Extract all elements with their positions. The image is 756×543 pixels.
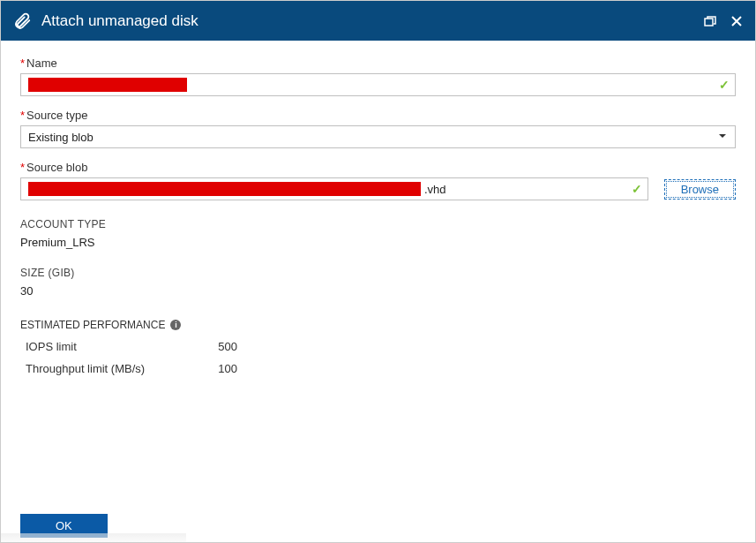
browse-button[interactable]: Browse — [664, 179, 736, 200]
name-label: *Name — [20, 57, 736, 70]
redacted-value — [28, 78, 187, 92]
redacted-value — [28, 182, 421, 196]
field-source-blob: *Source blob .vhd ✓ Browse — [20, 161, 736, 200]
title-bar: Attach unmanaged disk — [1, 1, 755, 41]
perf-value: 500 — [193, 340, 237, 353]
source-type-select[interactable]: Existing blob — [20, 125, 736, 148]
form-content: *Name ✓ *Source type Existing blob *Sour… — [1, 41, 755, 375]
source-blob-label: *Source blob — [20, 161, 736, 174]
perf-key: IOPS limit — [26, 340, 193, 353]
source-blob-input[interactable]: .vhd ✓ — [20, 177, 648, 200]
name-input[interactable]: ✓ — [20, 73, 736, 96]
account-type-value: Premium_LRS — [20, 236, 736, 249]
field-name: *Name ✓ — [20, 57, 736, 96]
performance-table: IOPS limit 500 Throughput limit (MB/s) 1… — [20, 340, 736, 375]
size-label: SIZE (GIB) — [20, 267, 736, 279]
perf-key: Throughput limit (MB/s) — [26, 362, 193, 375]
table-row: IOPS limit 500 — [20, 340, 736, 353]
attach-icon — [11, 11, 33, 32]
chevron-down-icon — [717, 131, 728, 144]
restore-icon[interactable] — [702, 13, 718, 29]
account-type-label: ACCOUNT TYPE — [20, 218, 736, 230]
info-icon[interactable]: i — [170, 320, 181, 330]
size-value: 30 — [20, 284, 736, 298]
source-type-label: *Source type — [20, 109, 736, 122]
svg-rect-0 — [705, 19, 713, 26]
validation-check-icon: ✓ — [719, 78, 730, 92]
table-row: Throughput limit (MB/s) 100 — [20, 362, 736, 375]
source-type-value: Existing blob — [28, 131, 94, 144]
perf-value: 100 — [193, 362, 237, 375]
field-source-type: *Source type Existing blob — [20, 109, 736, 148]
close-icon[interactable] — [729, 13, 745, 29]
blob-suffix: .vhd — [421, 183, 446, 196]
performance-header: ESTIMATED PERFORMANCE i — [20, 319, 736, 331]
window-title: Attach unmanaged disk — [41, 12, 692, 30]
decorative-shadow — [1, 533, 186, 542]
validation-check-icon: ✓ — [632, 182, 642, 196]
